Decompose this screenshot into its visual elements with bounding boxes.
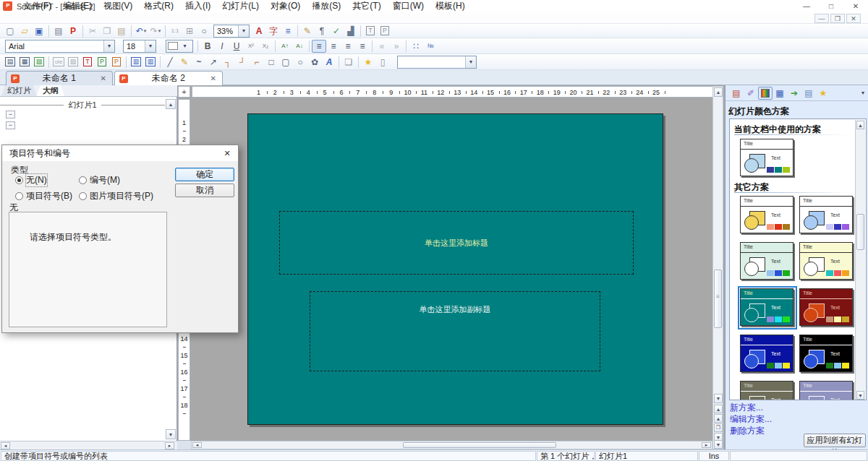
scrollbar-thumb[interactable] [403, 442, 556, 448]
zoom-icon[interactable]: ○ [197, 25, 211, 38]
apply-to-all-slides-button[interactable]: 应用到所有幻灯片 [804, 434, 866, 447]
connector-elbow2-icon[interactable]: ┘ [235, 56, 250, 69]
delete-scheme-link[interactable]: 删除方案 [730, 425, 765, 437]
insert-table-icon[interactable]: ▦ [17, 56, 32, 69]
align-left-button[interactable]: ≡ [312, 40, 326, 53]
polygon-tool-icon[interactable]: ✿ [307, 56, 322, 69]
close-icon[interactable]: ✕ [221, 147, 234, 159]
font-color-icon[interactable]: A [252, 25, 266, 38]
align-right-button[interactable]: ≡ [341, 40, 355, 53]
ellipse-tool-icon[interactable]: ○ [293, 56, 307, 69]
color-scheme-thumbnail[interactable]: TitleText [799, 288, 854, 327]
menu-item-8[interactable]: 其它(T) [346, 0, 386, 12]
child-minimize-button[interactable]: — [814, 14, 829, 23]
new-scheme-link[interactable]: 新方案... [730, 402, 763, 414]
format-painter-icon[interactable]: ✎ [300, 25, 315, 38]
close-icon[interactable]: ✕ [209, 74, 218, 82]
header-footer-icon[interactable]: ▥ [129, 56, 143, 69]
paste-icon[interactable]: ▤ [114, 25, 129, 38]
insert-object-icon[interactable]: ▧ [66, 56, 80, 69]
title-placeholder[interactable]: 单击这里添加标题 [279, 211, 634, 275]
cut-icon[interactable]: ✂ [85, 25, 100, 38]
italic-button[interactable]: I [215, 40, 229, 53]
numbering-button[interactable]: № [423, 40, 438, 53]
cancel-button[interactable]: 取消 [175, 184, 234, 197]
radio-button[interactable] [15, 176, 23, 184]
list-format-icon[interactable]: ≡ [281, 25, 295, 38]
color-scheme-thumbnail[interactable]: TitleText [740, 288, 795, 327]
previous-slide-button[interactable]: ▲ [714, 414, 723, 423]
chart-icon[interactable]: ▟ [344, 25, 358, 38]
curve-tool-icon[interactable]: ~ [192, 56, 206, 69]
vertical-scrollbar[interactable]: ▲ ▼ ▲ ▲ ❐ ▼ ▼ [712, 86, 723, 449]
align-center-button[interactable]: ≡ [326, 40, 341, 53]
spell-check-icon[interactable]: ✓ [329, 25, 344, 38]
copy-icon[interactable]: ❐ [100, 25, 114, 38]
wordart-icon[interactable]: A [322, 56, 336, 69]
bold-button[interactable]: B [200, 40, 215, 53]
freeform-tool-icon[interactable]: ✎ [177, 56, 192, 69]
scroll-down-button[interactable]: ▼ [856, 391, 864, 400]
scroll-down-button[interactable]: ▼ [166, 429, 176, 439]
scroll-left-button[interactable]: ◂ [1, 442, 10, 449]
pane-nav-effects-icon[interactable]: ✐ [744, 87, 758, 100]
menu-item-3[interactable]: 格式(R) [138, 0, 179, 12]
scroll-up-button[interactable]: ▲ [856, 121, 864, 129]
radio-option-2[interactable]: 项目符号(B) [15, 190, 79, 202]
shape-style-combobox[interactable]: ▾ [397, 56, 477, 69]
line-tool-icon[interactable]: ╱ [163, 56, 177, 69]
pane-nav-template-icon[interactable]: ▤ [801, 87, 816, 100]
edit-scheme-link[interactable]: 编辑方案... [730, 413, 772, 426]
pane-nav-layout-icon[interactable]: ▦ [773, 87, 787, 100]
scroll-bottom-button[interactable]: ▼ [714, 440, 723, 449]
chevron-down-icon[interactable]: ▾ [465, 56, 476, 68]
menu-item-0[interactable]: 文件(F) [17, 0, 57, 12]
arrow-tool-icon[interactable]: ↗ [206, 56, 221, 69]
color-scheme-thumbnail[interactable]: TitleText [799, 242, 854, 281]
subtitle-placeholder[interactable]: 单击这里添加副标题 [310, 291, 600, 371]
connector-curve-icon[interactable]: ⌐ [250, 56, 264, 69]
group-icon[interactable]: ❏ [341, 56, 356, 69]
menu-item-10[interactable]: 模板(H) [430, 0, 471, 12]
radio-option-3[interactable]: 图片项目符号(P) [79, 190, 153, 202]
superscript-button[interactable]: X² [244, 40, 258, 53]
insert-title-box-icon[interactable]: T [80, 56, 95, 69]
bullets-button[interactable]: ∷ [409, 40, 423, 53]
pane-nav-color-scheme-icon[interactable]: ▥ [758, 87, 773, 100]
new-document-icon[interactable]: ▢ [3, 25, 17, 38]
chevron-down-icon[interactable]: ▾ [103, 40, 114, 52]
zoom-actual-icon[interactable]: 1:1 [168, 25, 182, 38]
character-format-icon[interactable]: 字 [266, 25, 281, 38]
maximize-button[interactable]: □ [819, 0, 843, 12]
font-color-combobox[interactable]: ▾ [166, 40, 193, 53]
scroll-right-button[interactable]: ▸ [165, 442, 174, 449]
grow-font-button[interactable]: A↑ [278, 40, 292, 53]
scroll-right-button[interactable]: ▸ [702, 442, 711, 448]
export-pdf-icon[interactable]: P [66, 25, 80, 38]
align-justify-button[interactable]: ≡ [355, 40, 370, 53]
radio-button[interactable] [79, 176, 87, 184]
menu-item-5[interactable]: 幻灯片(L) [216, 0, 265, 12]
minimize-button[interactable]: — [794, 0, 819, 12]
scroll-up-button[interactable]: ▲ [714, 87, 723, 97]
color-scheme-thumbnail[interactable]: TitleText [740, 335, 795, 374]
ruler-origin-button[interactable]: + [178, 86, 190, 98]
menu-item-4[interactable]: 插入(I) [179, 0, 216, 12]
star-shapes-icon[interactable]: ★ [361, 56, 375, 69]
slide-number-icon[interactable]: ▥ [143, 56, 158, 69]
insert-picture-box-icon[interactable]: P [109, 56, 124, 69]
increase-indent-button[interactable]: » [389, 40, 404, 53]
chevron-down-icon[interactable]: ▾ [145, 40, 156, 52]
child-restore-button[interactable]: ❐ [830, 14, 845, 23]
subscript-button[interactable]: X₂ [258, 40, 273, 53]
close-button[interactable]: ✕ [843, 0, 868, 12]
outline-collapse-button[interactable]: − [6, 111, 15, 119]
save-icon[interactable]: ▣ [32, 25, 46, 38]
color-scheme-thumbnail[interactable]: TitleText [740, 381, 795, 400]
shrink-font-button[interactable]: A↓ [292, 40, 307, 53]
connector-elbow-icon[interactable]: ┐ [221, 56, 235, 69]
undo-icon[interactable]: ↶▾ [134, 25, 148, 38]
color-scheme-thumbnail[interactable]: TitleText [799, 335, 854, 374]
ok-button[interactable]: 确定 [175, 168, 234, 181]
browse-object-button[interactable]: ❐ [714, 423, 723, 432]
